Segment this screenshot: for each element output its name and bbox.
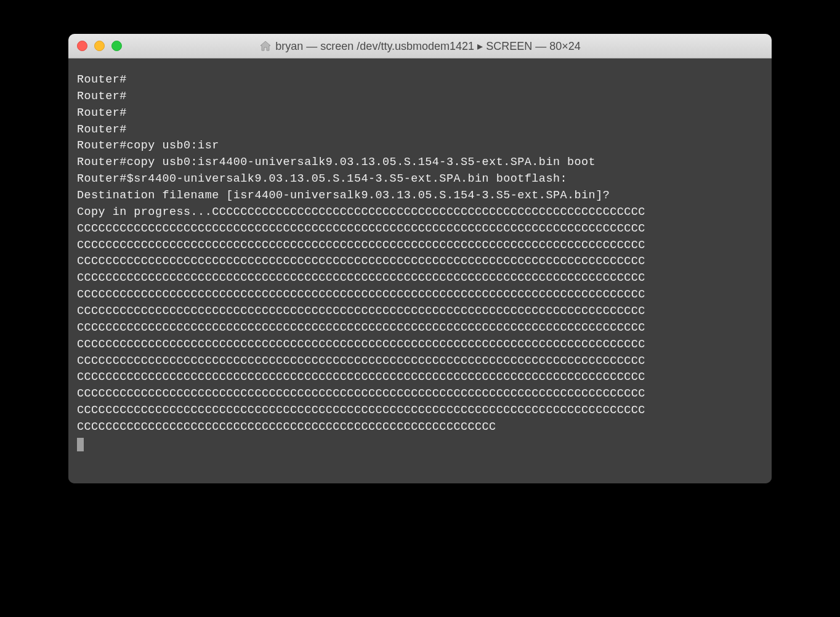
terminal-output: Router# Router# Router# Router# Router#c… <box>77 72 763 453</box>
window-title: bryan — screen /dev/tty.usbmodem1421 ▸ S… <box>275 39 580 53</box>
home-icon <box>259 40 272 52</box>
terminal-line: CCCCCCCCCCCCCCCCCCCCCCCCCCCCCCCCCCCCCCCC… <box>77 239 645 252</box>
terminal-line: Router# <box>77 73 127 86</box>
terminal-line: Copy in progress...CCCCCCCCCCCCCCCCCCCCC… <box>77 206 645 219</box>
terminal-line: CCCCCCCCCCCCCCCCCCCCCCCCCCCCCCCCCCCCCCCC… <box>77 387 645 400</box>
terminal-line: Router# <box>77 90 127 103</box>
traffic-lights <box>77 41 122 51</box>
terminal-line: CCCCCCCCCCCCCCCCCCCCCCCCCCCCCCCCCCCCCCCC… <box>77 355 645 368</box>
terminal-line: CCCCCCCCCCCCCCCCCCCCCCCCCCCCCCCCCCCCCCCC… <box>77 288 645 301</box>
terminal-line: CCCCCCCCCCCCCCCCCCCCCCCCCCCCCCCCCCCCCCCC… <box>77 421 496 434</box>
terminal-line: CCCCCCCCCCCCCCCCCCCCCCCCCCCCCCCCCCCCCCCC… <box>77 338 645 351</box>
terminal-line: CCCCCCCCCCCCCCCCCCCCCCCCCCCCCCCCCCCCCCCC… <box>77 321 645 334</box>
maximize-button[interactable] <box>111 41 122 51</box>
titlebar[interactable]: bryan — screen /dev/tty.usbmodem1421 ▸ S… <box>68 34 772 58</box>
terminal-line: Router#copy usb0:isr <box>77 139 219 152</box>
minimize-button[interactable] <box>94 41 105 51</box>
terminal-line: Router#copy usb0:isr4400-universalk9.03.… <box>77 156 596 169</box>
terminal-line: CCCCCCCCCCCCCCCCCCCCCCCCCCCCCCCCCCCCCCCC… <box>77 404 645 417</box>
terminal-line: Destination filename [isr4400-universalk… <box>77 189 610 202</box>
terminal-line: CCCCCCCCCCCCCCCCCCCCCCCCCCCCCCCCCCCCCCCC… <box>77 255 645 268</box>
terminal-cursor <box>77 438 84 451</box>
terminal-line: CCCCCCCCCCCCCCCCCCCCCCCCCCCCCCCCCCCCCCCC… <box>77 272 645 284</box>
terminal-line: CCCCCCCCCCCCCCCCCCCCCCCCCCCCCCCCCCCCCCCC… <box>77 305 645 318</box>
window-title-section: bryan — screen /dev/tty.usbmodem1421 ▸ S… <box>68 39 772 53</box>
terminal-window: bryan — screen /dev/tty.usbmodem1421 ▸ S… <box>68 34 772 483</box>
terminal-line: CCCCCCCCCCCCCCCCCCCCCCCCCCCCCCCCCCCCCCCC… <box>77 222 645 235</box>
terminal-line: Router# <box>77 107 127 119</box>
terminal-line: Router# <box>77 123 127 136</box>
close-button[interactable] <box>77 41 87 51</box>
terminal-line: Router#$sr4400-universalk9.03.13.05.S.15… <box>77 172 567 185</box>
terminal-line: CCCCCCCCCCCCCCCCCCCCCCCCCCCCCCCCCCCCCCCC… <box>77 371 645 384</box>
terminal-body[interactable]: Router# Router# Router# Router# Router#c… <box>68 58 772 483</box>
